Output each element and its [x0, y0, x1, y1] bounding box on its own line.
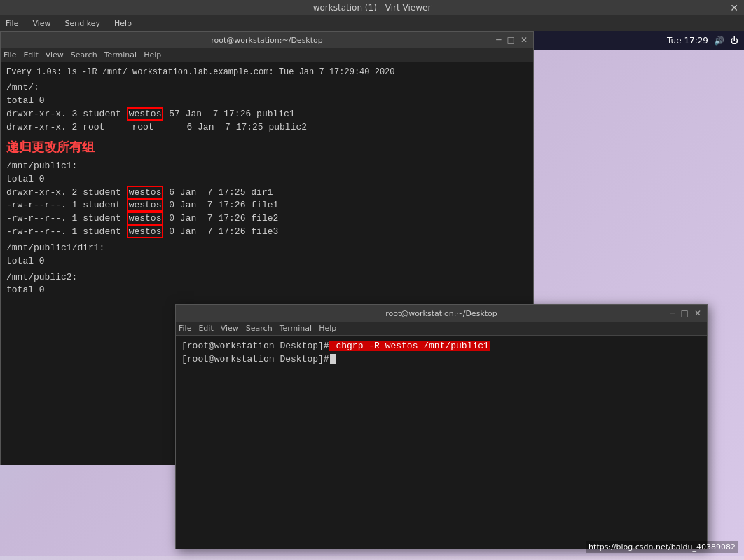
terminal2-line2: [root@workstation Desktop]#: [181, 353, 701, 367]
t1-menu-terminal[interactable]: Terminal: [104, 50, 137, 60]
public2-total: total 0: [6, 284, 528, 297]
terminal-window-2: root@workstation:~/Desktop ─ □ ✕ File Ed…: [175, 304, 708, 549]
terminal1-title: root@workstation:~/Desktop: [211, 36, 323, 45]
virt-viewer-menu-bar: File View Send key Help: [0, 15, 744, 31]
t1-menu-search[interactable]: Search: [71, 50, 97, 60]
t2-menu-help[interactable]: Help: [319, 324, 336, 333]
menu-help[interactable]: Help: [111, 18, 135, 29]
t2-menu-search[interactable]: Search: [246, 324, 273, 333]
minimize-button[interactable]: ─: [496, 35, 501, 45]
file2-line: -rw-r--r--. 1 student westos 0 Jan 7 17:…: [6, 212, 528, 226]
dir1-line: drwxr-xr-x. 2 student westos 6 Jan 7 17:…: [6, 186, 528, 200]
public1-total: total 0: [6, 173, 528, 186]
gnome-right-section: Tue 17:29 🔊 ⏻: [667, 36, 738, 46]
terminal2-line1: [root@workstation Desktop]# chgrp -R wes…: [181, 340, 701, 353]
chgrp-command: chgrp -R westos /mnt/public1: [329, 341, 490, 351]
prompt1: [root@workstation Desktop]#: [181, 341, 329, 351]
annotation-text: 递归更改所有组: [6, 141, 95, 155]
total-line: total 0: [6, 95, 528, 108]
file1-line: -rw-r--r--. 1 student westos 0 Jan 7 17:…: [6, 199, 528, 212]
t1-menu-view[interactable]: View: [46, 50, 64, 60]
cursor: [330, 354, 336, 364]
maximize-button[interactable]: □: [507, 35, 515, 45]
mnt-public1-dir1-header: /mnt/public1/dir1:: [6, 242, 528, 255]
watch-command-line: Every 1.0s: ls -lR /mnt/ workstation.lab…: [6, 67, 528, 78]
watermark: https://blog.csdn.net/baidu_40389082: [586, 541, 738, 553]
terminal2-controls: ─ □ ✕: [670, 308, 701, 318]
close-button[interactable]: ✕: [730, 2, 738, 13]
minimize-button-t2[interactable]: ─: [670, 308, 675, 318]
terminal2-content[interactable]: [root@workstation Desktop]# chgrp -R wes…: [176, 336, 707, 371]
t2-menu-view[interactable]: View: [221, 324, 239, 333]
westos-highlight-5: westos: [127, 225, 164, 238]
file3-line: -rw-r--r--. 1 student westos 0 Jan 7 17:…: [6, 226, 528, 239]
terminal1-title-bar: root@workstation:~/Desktop ─ □ ✕: [1, 32, 533, 48]
westos-highlight-4: westos: [127, 212, 164, 225]
terminal2-menu-bar: File Edit View Search Terminal Help: [176, 322, 707, 336]
dir1-total: total 0: [6, 255, 528, 268]
westos-highlight-3: westos: [127, 198, 164, 212]
terminal2-title-bar: root@workstation:~/Desktop ─ □ ✕: [176, 305, 707, 322]
main-area: Applications Places Terminal Tue 17:29 🔊…: [0, 31, 744, 556]
close-button-t2[interactable]: ✕: [694, 308, 701, 318]
t1-menu-file[interactable]: File: [4, 50, 16, 60]
t1-menu-help[interactable]: Help: [144, 50, 161, 60]
terminal2-title: root@workstation:~/Desktop: [385, 309, 497, 318]
mnt-public2-header: /mnt/public2:: [6, 271, 528, 285]
t2-menu-file[interactable]: File: [179, 324, 191, 333]
gnome-time: Tue 17:29: [667, 36, 708, 46]
annotation-container: 递归更改所有组: [6, 139, 528, 157]
terminal1-content: Every 1.0s: ls -lR /mnt/ workstation.lab…: [1, 62, 533, 301]
t1-menu-edit[interactable]: Edit: [23, 50, 38, 60]
maximize-button-t2[interactable]: □: [681, 308, 689, 318]
t2-menu-terminal[interactable]: Terminal: [280, 324, 312, 333]
volume-icon: 🔊: [714, 36, 724, 46]
window-title: workstation (1) - Virt Viewer: [313, 3, 432, 13]
menu-view[interactable]: View: [29, 18, 53, 29]
menu-sendkey[interactable]: Send key: [62, 18, 103, 29]
terminal1-controls: ─ □ ✕: [496, 35, 528, 45]
menu-file[interactable]: File: [3, 18, 21, 29]
terminal1-menu-bar: File Edit View Search Terminal Help: [1, 48, 533, 62]
mnt-header: /mnt/:: [6, 81, 528, 95]
public2-line: drwxr-xr-x. 2 root root 6 Jan 7 17:25 pu…: [6, 121, 528, 135]
westos-highlight-2: westos: [127, 186, 164, 199]
t2-menu-edit[interactable]: Edit: [198, 324, 213, 333]
mnt-public1-header: /mnt/public1:: [6, 160, 528, 173]
westos-highlight-1: westos: [127, 107, 164, 121]
prompt2: [root@workstation Desktop]#: [181, 354, 329, 364]
power-icon[interactable]: ⏻: [730, 36, 738, 46]
public1-line: drwxr-xr-x. 3 student westos 57 Jan 7 17…: [6, 108, 528, 121]
virt-viewer-title-bar: workstation (1) - Virt Viewer ✕: [0, 0, 744, 15]
close-button-t1[interactable]: ✕: [521, 35, 528, 45]
